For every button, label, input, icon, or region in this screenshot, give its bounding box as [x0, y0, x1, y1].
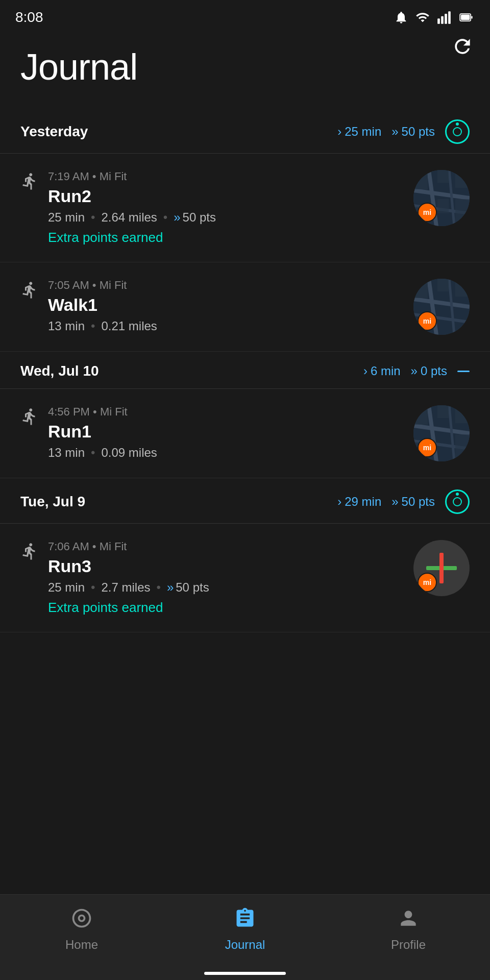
- activity-meta-run3: 7:06 AM • Mi Fit: [48, 540, 413, 553]
- activity-name-run1: Run1: [48, 422, 413, 442]
- wifi-icon: [415, 10, 430, 24]
- double-chevron-pts-tue-icon: »: [391, 495, 398, 509]
- goal-dash-wed: [457, 371, 470, 372]
- svg-rect-36: [439, 553, 444, 583]
- svg-rect-0: [437, 18, 440, 24]
- map-thumb-run1[interactable]: mi: [413, 405, 470, 461]
- double-chevron-pts-icon: »: [391, 125, 398, 139]
- svg-rect-11: [413, 170, 428, 189]
- day-header-wed-jul-10: Wed, Jul 10 › 6 min » 0 pts: [0, 352, 490, 389]
- svg-rect-1: [441, 16, 444, 24]
- profile-nav-icon: [397, 907, 420, 933]
- svg-rect-2: [445, 14, 447, 24]
- chevron-min-icon: ›: [337, 125, 341, 139]
- goal-circle-yesterday: [445, 119, 470, 144]
- svg-rect-15: [455, 170, 470, 188]
- double-chevron-pts-wed-icon: »: [411, 364, 418, 378]
- mi-badge-walk1: mi: [418, 311, 437, 331]
- activity-meta-run2: 7:19 AM • Mi Fit: [48, 170, 413, 183]
- pts-double-chevron-run3: »: [167, 580, 174, 595]
- status-icons: [394, 10, 475, 24]
- walk-icon: [20, 281, 39, 303]
- svg-rect-5: [461, 15, 470, 20]
- nav-indicator: [204, 972, 286, 975]
- svg-rect-14: [437, 199, 449, 213]
- mi-badge-run3: mi: [418, 573, 437, 592]
- min-stat-tue: › 29 min: [337, 495, 381, 509]
- svg-rect-34: [455, 434, 470, 461]
- activity-item-run2[interactable]: 7:19 AM • Mi Fit Run2 25 min • 2.64 mile…: [0, 154, 490, 262]
- min-stat-wed: › 6 min: [363, 364, 401, 378]
- signal-icon: [437, 10, 451, 24]
- content-area: Yesterday › 25 min » 50 pts 7:19 AM: [0, 108, 490, 724]
- activity-stats-run2: 25 min • 2.64 miles • » 50 pts: [48, 210, 413, 225]
- pts-double-chevron: »: [174, 210, 180, 225]
- activity-item-run3[interactable]: 7:06 AM • Mi Fit Run3 25 min • 2.7 miles…: [0, 524, 490, 632]
- journal-nav-icon: [234, 907, 256, 933]
- svg-rect-3: [448, 11, 451, 24]
- day-header-tue-jul-9: Tue, Jul 9 › 29 min » 50 pts: [0, 478, 490, 524]
- day-stats-wed-jul-10: › 6 min » 0 pts: [363, 364, 470, 378]
- battery-icon: [458, 10, 475, 24]
- status-bar: 8:08: [0, 0, 490, 31]
- activity-meta-walk1: 7:05 AM • Mi Fit: [48, 279, 413, 292]
- day-stats-tue-jul-9: › 29 min » 50 pts: [337, 489, 470, 514]
- page-title: Journal: [0, 31, 490, 108]
- nav-item-profile[interactable]: Profile: [327, 907, 490, 952]
- extra-points-run3: Extra points earned: [48, 600, 413, 616]
- min-stat-yesterday: › 25 min: [337, 125, 381, 139]
- mi-badge-run2: mi: [418, 203, 437, 222]
- svg-rect-32: [455, 405, 470, 423]
- activity-name-run2: Run2: [48, 186, 413, 206]
- map-thumb-run2[interactable]: mi: [413, 170, 470, 226]
- pts-stat-wed: » 0 pts: [411, 364, 447, 378]
- activity-item-run1[interactable]: 4:56 PM • Mi Fit Run1 13 min • 0.09 mile…: [0, 389, 490, 478]
- nav-item-journal[interactable]: Journal: [163, 907, 327, 952]
- day-header-yesterday: Yesterday › 25 min » 50 pts: [0, 108, 490, 154]
- status-time: 8:08: [15, 9, 43, 26]
- mi-badge-run1: mi: [418, 438, 437, 457]
- alarm-icon: [394, 10, 408, 24]
- pts-stat-yesterday: » 50 pts: [391, 125, 435, 139]
- activity-meta-run1: 4:56 PM • Mi Fit: [48, 405, 413, 419]
- map-thumb-run3[interactable]: mi: [413, 540, 470, 596]
- profile-nav-label: Profile: [391, 938, 426, 952]
- svg-rect-23: [437, 279, 449, 291]
- day-label-wed-jul-10: Wed, Jul 10: [20, 363, 99, 379]
- extra-points-run2: Extra points earned: [48, 230, 413, 246]
- refresh-button[interactable]: [449, 33, 476, 60]
- pts-stat-tue: » 50 pts: [391, 495, 435, 509]
- activity-name-run3: Run3: [48, 556, 413, 576]
- activity-stats-run1: 13 min • 0.09 miles: [48, 446, 413, 460]
- run-icon-run3: [20, 542, 39, 565]
- svg-rect-12: [437, 170, 449, 183]
- chevron-min-wed-icon: ›: [363, 364, 368, 378]
- svg-rect-30: [413, 405, 428, 425]
- day-label-yesterday: Yesterday: [20, 124, 88, 140]
- run-icon: [20, 172, 39, 194]
- map-thumb-walk1[interactable]: mi: [413, 279, 470, 335]
- home-nav-icon: [70, 907, 93, 933]
- run-icon-run1: [20, 407, 39, 430]
- svg-rect-16: [455, 199, 470, 226]
- refresh-icon: [451, 35, 474, 58]
- day-label-tue-jul-9: Tue, Jul 9: [20, 494, 85, 510]
- activity-stats-walk1: 13 min • 0.21 miles: [48, 319, 413, 333]
- home-nav-label: Home: [65, 938, 98, 952]
- chevron-min-tue-icon: ›: [337, 495, 341, 509]
- svg-rect-22: [413, 279, 428, 298]
- svg-rect-31: [437, 405, 449, 418]
- activity-item-walk1[interactable]: 7:05 AM • Mi Fit Walk1 13 min • 0.21 mil…: [0, 262, 490, 352]
- svg-rect-24: [455, 279, 470, 297]
- journal-nav-label: Journal: [225, 938, 265, 952]
- bottom-nav: Home Journal Profile: [0, 894, 490, 980]
- activity-stats-run3: 25 min • 2.7 miles • » 50 pts: [48, 580, 413, 595]
- nav-item-home[interactable]: Home: [0, 907, 163, 952]
- day-stats-yesterday: › 25 min » 50 pts: [337, 119, 470, 144]
- goal-circle-tue: [445, 489, 470, 514]
- activity-name-walk1: Walk1: [48, 295, 413, 315]
